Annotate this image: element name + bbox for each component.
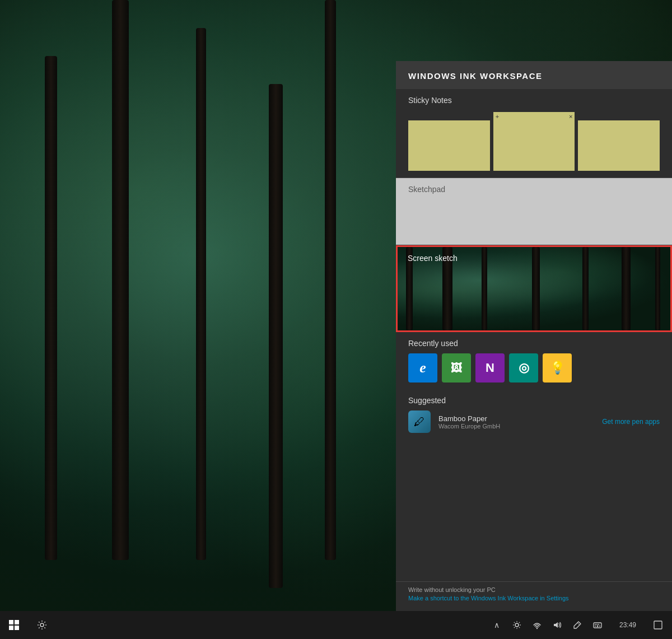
taskbar-settings-icon[interactable] — [28, 611, 56, 639]
sticky-note-2-top: + × — [493, 112, 575, 121]
footer-line-2[interactable]: Make a shortcut to the Windows Ink Works… — [408, 595, 660, 601]
taskbar-pen-icon[interactable] — [568, 611, 587, 639]
bamboo-paper-info: Bamboo Paper Wacom Europe GmbH — [438, 414, 594, 430]
app-icon-ideas[interactable]: 💡 — [543, 353, 572, 383]
sticky-note-1[interactable] — [408, 120, 490, 171]
ss-tree-5 — [582, 247, 589, 330]
app-icon-onenote[interactable]: N — [475, 353, 505, 383]
screen-sketch-section[interactable]: Screen sketch — [396, 245, 672, 332]
sticky-notes-label: Sticky Notes — [396, 89, 672, 109]
taskbar-settings-sys-icon[interactable] — [507, 611, 526, 639]
bamboo-paper-name: Bamboo Paper — [438, 414, 594, 423]
sticky-note-add-icon[interactable]: + — [496, 113, 499, 120]
ss-tree-7 — [655, 247, 660, 330]
sticky-notes-container: + × — [396, 109, 672, 178]
taskbar-network-icon[interactable] — [528, 611, 547, 639]
bg-tree-5 — [325, 0, 336, 560]
start-button[interactable] — [0, 611, 28, 639]
svg-point-2 — [536, 628, 538, 629]
taskbar-volume-icon[interactable] — [548, 611, 567, 639]
taskbar-clock[interactable]: 23:49 — [608, 611, 647, 639]
ss-tree-4 — [532, 247, 540, 330]
suggested-section: Suggested 🖊 Bamboo Paper Wacom Europe Gm… — [396, 389, 672, 581]
taskbar-chevron-icon[interactable]: ∧ — [487, 611, 506, 639]
screen-sketch-label: Screen sketch — [408, 254, 458, 263]
footer-line-1: Write without unlocking your PC — [408, 586, 660, 593]
ss-tree-3 — [482, 247, 487, 330]
ink-workspace-panel: WINDOWS INK WORKSPACE Sticky Notes + × S… — [396, 61, 672, 611]
sticky-note-2[interactable]: + × — [493, 112, 575, 171]
recently-used-apps-row: e 🖼 N ◎ 💡 — [408, 353, 660, 383]
onenote-icon: N — [486, 361, 494, 375]
app-icon-photos[interactable]: 🖼 — [442, 353, 471, 383]
taskbar: ∧ — [0, 611, 672, 639]
bamboo-paper-icon[interactable]: 🖊 — [408, 411, 431, 433]
taskbar-notification-button[interactable] — [648, 611, 668, 639]
bg-tree-2 — [112, 0, 129, 560]
panel-header: WINDOWS INK WORKSPACE — [396, 61, 672, 89]
sketchpad-section[interactable]: Sketchpad — [396, 178, 672, 245]
svg-point-1 — [515, 623, 519, 627]
edge-icon: e — [419, 360, 426, 376]
ss-tree-6 — [622, 247, 631, 330]
svg-point-0 — [40, 623, 44, 627]
taskbar-pinned-apps — [28, 611, 56, 639]
suggested-header: Suggested — [408, 396, 660, 405]
photos-icon: 🖼 — [451, 362, 462, 375]
suggested-app-row: 🖊 Bamboo Paper Wacom Europe GmbH Get mor… — [408, 411, 660, 433]
bamboo-paper-maker: Wacom Europe GmbH — [438, 423, 594, 430]
recently-used-header: Recently used — [408, 339, 660, 348]
taskbar-time: 23:49 — [619, 621, 636, 629]
taskbar-right-area: ∧ — [487, 611, 672, 639]
bamboo-icon-symbol: 🖊 — [414, 416, 425, 428]
bg-tree-3 — [196, 28, 206, 560]
footer-links: Write without unlocking your PC Make a s… — [396, 581, 672, 611]
bg-tree-4 — [269, 84, 283, 588]
cortana-icon: ◎ — [519, 361, 529, 375]
sticky-notes-section: Sticky Notes + × — [396, 89, 672, 178]
bg-tree-1 — [45, 56, 57, 560]
sticky-note-close-icon[interactable]: × — [569, 113, 572, 120]
get-more-pen-apps-link[interactable]: Get more pen apps — [602, 418, 660, 426]
ideas-icon: 💡 — [550, 361, 565, 375]
app-icon-edge[interactable]: e — [408, 353, 437, 383]
taskbar-keyboard-icon[interactable] — [588, 611, 607, 639]
windows-logo-icon — [9, 620, 19, 630]
sketchpad-label: Sketchpad — [396, 178, 672, 200]
svg-rect-10 — [654, 621, 662, 629]
sticky-note-3[interactable] — [578, 120, 660, 171]
panel-title: WINDOWS INK WORKSPACE — [408, 71, 660, 81]
recently-used-section: Recently used e 🖼 N ◎ 💡 — [396, 332, 672, 389]
app-icon-cortana[interactable]: ◎ — [509, 353, 538, 383]
